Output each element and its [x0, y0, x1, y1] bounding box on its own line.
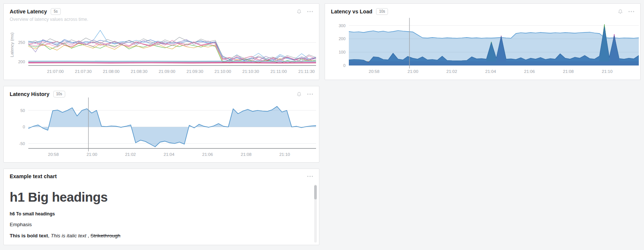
latency-vs-load-chart[interactable]: 300200100020:5821:0021:0221:0421:0621:08…: [325, 4, 640, 80]
strikethrough-text: Strikethrough: [91, 233, 120, 238]
panel-subtitle: Overview of latency values across time.: [10, 17, 313, 22]
svg-text:21:00: 21:00: [408, 69, 419, 74]
svg-text:-50: -50: [19, 141, 25, 146]
svg-text:21:06: 21:06: [524, 69, 535, 74]
panel-header: Active Latency 5s Overview of latency va…: [4, 4, 319, 22]
ellipsis-icon[interactable]: [628, 9, 634, 15]
svg-text:21:08:00: 21:08:00: [103, 69, 120, 74]
bold-text: This is bold text: [10, 233, 48, 238]
scrollbar-thumb[interactable]: [314, 185, 317, 199]
svg-text:20:58: 20:58: [48, 152, 59, 157]
svg-text:200: 200: [18, 60, 25, 64]
ellipsis-icon[interactable]: [307, 173, 313, 179]
svg-text:21:04: 21:04: [164, 152, 174, 157]
svg-text:21:10:30: 21:10:30: [242, 69, 259, 74]
svg-text:300: 300: [339, 23, 345, 28]
panel-active-latency: 25020021:07:0021:07:3021:08:0021:08:3021…: [3, 3, 319, 80]
svg-text:21:02: 21:02: [446, 69, 457, 74]
bell-icon[interactable]: [617, 9, 623, 15]
ellipsis-icon[interactable]: [307, 91, 313, 97]
svg-text:21:10: 21:10: [602, 69, 613, 74]
svg-text:21:08:30: 21:08:30: [131, 69, 148, 74]
svg-text:21:09:30: 21:09:30: [187, 69, 203, 74]
panel-header: Latency vs Load 10s: [325, 4, 640, 15]
latency-history-chart[interactable]: 500-5020:5821:0021:0221:0421:0621:0821:1…: [4, 86, 319, 162]
svg-text:200: 200: [339, 36, 345, 41]
svg-text:Latency (ms): Latency (ms): [10, 32, 14, 57]
svg-text:21:08: 21:08: [241, 152, 252, 157]
svg-text:21:07:30: 21:07:30: [75, 69, 92, 74]
italic-text: This is italic text: [51, 233, 86, 238]
svg-text:0: 0: [343, 63, 345, 68]
svg-text:21:07:00: 21:07:00: [47, 69, 64, 74]
ellipsis-icon[interactable]: [307, 9, 313, 15]
svg-text:50: 50: [20, 108, 25, 113]
scrollbar-track[interactable]: [314, 185, 317, 243]
text-emphasis: Emphasis: [10, 222, 308, 227]
svg-text:21:10:00: 21:10:00: [214, 69, 231, 74]
svg-text:21:09:00: 21:09:00: [159, 69, 176, 74]
svg-text:21:08: 21:08: [563, 69, 574, 74]
text-chart-content: h1 Big headings h6 To small headings Emp…: [10, 187, 308, 244]
interval-badge: 5s: [51, 8, 61, 15]
svg-text:21:11:00: 21:11:00: [271, 69, 287, 74]
svg-text:21:04: 21:04: [485, 69, 496, 74]
svg-text:250: 250: [18, 40, 25, 45]
svg-text:0: 0: [23, 125, 25, 129]
svg-text:100: 100: [339, 50, 345, 54]
svg-text:21:11:30: 21:11:30: [299, 69, 315, 74]
panel-title: Latency vs Load: [331, 9, 372, 15]
interval-badge: 10s: [53, 91, 65, 97]
text-h6: h6 To small headings: [10, 211, 308, 217]
panel-latency-vs-load: 300200100020:5821:0021:0221:0421:0621:08…: [325, 3, 641, 80]
svg-text:20:58: 20:58: [369, 69, 379, 74]
separator: ,: [86, 233, 91, 238]
bell-icon[interactable]: [296, 91, 302, 97]
svg-text:21:02: 21:02: [125, 152, 136, 157]
panel-title: Example text chart: [10, 173, 57, 179]
panel-title: Latency History: [10, 91, 50, 97]
svg-text:21:00: 21:00: [86, 152, 97, 157]
panel-header: Latency History 10s: [4, 86, 319, 97]
text-h1: h1 Big headings: [10, 190, 308, 205]
text-mixed-line: This is bold text, This is italic text ,…: [10, 233, 308, 238]
panel-header: Example text chart: [4, 169, 319, 179]
svg-text:21:10: 21:10: [279, 152, 290, 157]
bell-icon[interactable]: [296, 9, 302, 15]
panel-text-chart: Example text chart h1 Big headings h6 To…: [3, 169, 319, 245]
panel-latency-history: 500-5020:5821:0021:0221:0421:0621:0821:1…: [3, 86, 319, 163]
panel-title: Active Latency: [10, 9, 47, 15]
svg-text:21:06: 21:06: [202, 152, 213, 157]
interval-badge: 10s: [376, 8, 388, 15]
